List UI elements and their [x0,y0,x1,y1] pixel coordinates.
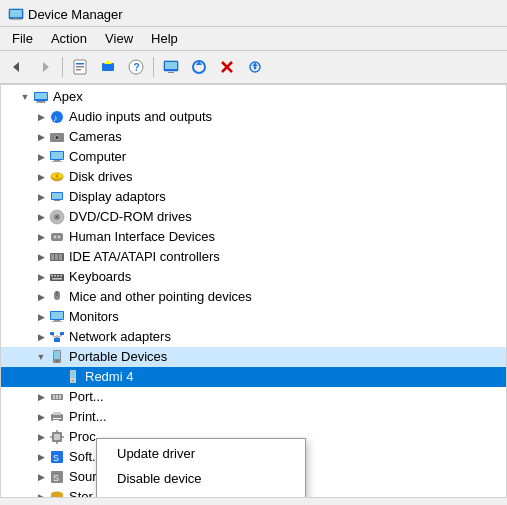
expand-apex[interactable] [17,87,33,107]
camera-icon [49,129,65,145]
expand-dvd[interactable] [33,207,49,227]
toolbar-separator-2 [153,57,154,77]
expand-ide[interactable] [33,247,49,267]
svg-marker-5 [43,62,49,72]
tree-item-ports[interactable]: Port... [1,387,506,407]
phone-icon [65,369,81,385]
svg-rect-83 [53,412,61,415]
toolbar-scan-button[interactable] [186,54,212,80]
stor-icon [49,489,65,498]
svg-rect-52 [55,254,58,260]
tree-item-audio[interactable]: ♪ Audio inputs and outputs [1,107,506,127]
svg-line-70 [52,335,57,338]
svg-rect-80 [56,395,58,399]
svg-rect-76 [71,371,75,378]
svg-rect-59 [52,278,62,280]
window-icon [8,6,24,22]
svg-rect-82 [51,414,63,421]
tree-item-print[interactable]: Print... [1,407,506,427]
expand-ports[interactable] [33,387,49,407]
svg-rect-55 [51,275,53,277]
svg-point-46 [56,216,58,218]
expand-mice[interactable] [33,287,49,307]
svg-rect-87 [54,434,60,440]
svg-rect-73 [54,351,60,359]
svg-point-33 [56,136,59,139]
expand-cameras[interactable] [33,127,49,147]
tree-label-apex: Apex [53,87,83,107]
context-menu-disable-device[interactable]: Disable device [97,466,305,491]
expand-portable[interactable] [33,347,49,367]
expand-audio[interactable] [33,107,49,127]
toolbar-refresh-button[interactable] [242,54,268,80]
tree-label-print: Print... [69,407,107,427]
svg-point-40 [56,175,59,178]
svg-rect-84 [53,418,61,419]
expand-soft[interactable] [33,447,49,467]
expand-monitors[interactable] [33,307,49,327]
tree-item-display[interactable]: Display adaptors [1,187,506,207]
svg-rect-66 [54,338,60,342]
tree-item-disk[interactable]: Disk drives [1,167,506,187]
network-icon [49,329,65,345]
menu-view[interactable]: View [97,29,141,48]
title-bar: Device Manager [0,0,507,27]
tree-label-computer: Computer [69,147,126,167]
menu-action[interactable]: Action [43,29,95,48]
menu-file[interactable]: File [4,29,41,48]
toolbar-display-type-button[interactable] [158,54,184,80]
expand-print[interactable] [33,407,49,427]
svg-rect-43 [54,200,60,201]
tree-item-redmi4[interactable]: Redmi 4 [1,367,506,387]
tree-item-cameras[interactable]: Cameras [1,127,506,147]
expand-stor[interactable] [33,487,49,498]
toolbar-uninstall-button[interactable] [214,54,240,80]
mouse-icon [49,289,65,305]
context-menu: Update driver Disable device Uninstall d… [96,438,306,498]
expand-sour[interactable] [33,467,49,487]
svg-rect-67 [50,332,54,335]
tree-item-network[interactable]: Network adapters [1,327,506,347]
tree-label-dvd: DVD/CD-ROM drives [69,207,192,227]
forward-button[interactable] [32,54,58,80]
monitor-icon [49,309,65,325]
toolbar-separator-1 [62,57,63,77]
tree-label-portable: Portable Devices [69,347,167,367]
tree-label-monitors: Monitors [69,307,119,327]
expand-disk[interactable] [33,167,49,187]
svg-rect-51 [51,254,54,260]
tree-view[interactable]: Apex ♪ Audio inputs and outputs Cameras [0,84,507,498]
svg-text:♪: ♪ [53,113,58,123]
tree-label-ide: IDE ATA/ATAPI controllers [69,247,220,267]
tree-item-monitors[interactable]: Monitors [1,307,506,327]
back-button[interactable] [4,54,30,80]
expand-keyboards[interactable] [33,267,49,287]
tree-label-keyboards: Keyboards [69,267,131,287]
expand-network[interactable] [33,327,49,347]
tree-item-mice[interactable]: Mice and other pointing devices [1,287,506,307]
tree-item-apex[interactable]: Apex [1,87,506,107]
context-menu-update-driver[interactable]: Update driver [97,441,305,466]
svg-marker-11 [104,60,112,64]
expand-hid[interactable] [33,227,49,247]
toolbar-help-button[interactable]: ? [123,54,149,80]
audio-icon: ♪ [49,109,65,125]
expand-computer[interactable] [33,147,49,167]
menu-help[interactable]: Help [143,29,186,48]
context-menu-uninstall-device[interactable]: Uninstall device [97,491,305,498]
expand-proc[interactable] [33,427,49,447]
toolbar-update-driver-button[interactable] [95,54,121,80]
toolbar-properties-button[interactable] [67,54,93,80]
tree-item-hid[interactable]: Human Interface Devices [1,227,506,247]
svg-rect-3 [11,19,21,20]
tree-item-computer[interactable]: Computer [1,147,506,167]
tree-item-keyboards[interactable]: Keyboards [1,267,506,287]
tree-item-ide[interactable]: IDE ATA/ATAPI controllers [1,247,506,267]
expand-display[interactable] [33,187,49,207]
tree-item-dvd[interactable]: DVD/CD-ROM drives [1,207,506,227]
window-title: Device Manager [28,7,123,22]
tree-label-disk: Disk drives [69,167,133,187]
tree-label-mice: Mice and other pointing devices [69,287,252,307]
svg-rect-7 [76,63,84,65]
tree-item-portable[interactable]: Portable Devices [1,347,506,367]
